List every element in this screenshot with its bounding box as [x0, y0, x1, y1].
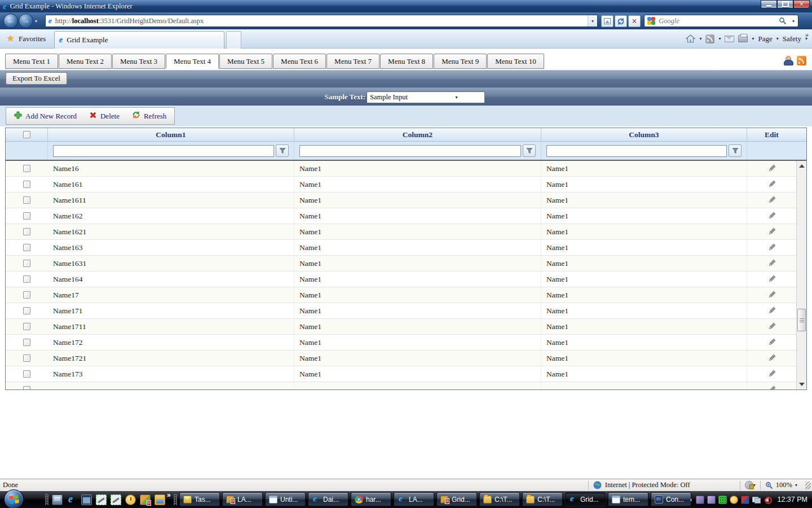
row-checkbox[interactable]: [23, 165, 30, 172]
row-checkbox[interactable]: [23, 196, 30, 204]
more-commands-chevron-icon[interactable]: [805, 30, 809, 39]
column3-filter-button[interactable]: [729, 144, 742, 157]
scrollbar-thumb[interactable]: [797, 309, 806, 331]
edit-pencil-icon[interactable]: [767, 354, 776, 362]
column1-filter-input[interactable]: [53, 145, 274, 157]
home-dropdown-icon[interactable]: [699, 36, 701, 41]
minimize-button[interactable]: [761, 0, 777, 8]
menu-tab[interactable]: Menu Text 8: [380, 54, 433, 69]
table-row[interactable]: Name17 Name1 Name1: [6, 287, 796, 303]
row-checkbox[interactable]: [23, 212, 30, 220]
task-button[interactable]: tem...: [608, 492, 648, 506]
table-row[interactable]: Name173 Name1 Name1: [6, 366, 796, 382]
toolbar-button[interactable]: Delete: [89, 111, 120, 121]
tray-chevron-icon[interactable]: [690, 496, 692, 503]
scroll-down-icon[interactable]: [799, 383, 805, 386]
table-row[interactable]: Name1631 Name1 Name1: [6, 256, 796, 271]
tray-icon[interactable]: [707, 496, 716, 504]
compatibility-view-button[interactable]: [601, 15, 614, 27]
edit-pencil-icon[interactable]: [767, 322, 776, 331]
table-row[interactable]: Name1621 Name1 Name1: [6, 224, 796, 240]
edit-header[interactable]: Edit: [747, 128, 796, 141]
table-row[interactable]: Name162 Name1 Name1: [6, 208, 796, 224]
page-dropdown-icon[interactable]: [776, 36, 779, 41]
restore-button[interactable]: [777, 0, 793, 8]
tray-icon[interactable]: [718, 496, 727, 504]
toolbar-button[interactable]: Refresh: [132, 111, 166, 121]
browser-tab[interactable]: e Grid Example: [54, 31, 224, 49]
tray-icon[interactable]: [741, 496, 749, 504]
task-button[interactable]: Grid...: [436, 492, 477, 506]
zoom-control[interactable]: 100%: [765, 481, 805, 489]
column1-filter-button[interactable]: [276, 144, 289, 157]
home-button[interactable]: [686, 34, 695, 43]
quick-launch-chevron-icon[interactable]: [167, 491, 171, 499]
page-menu[interactable]: Page: [758, 34, 772, 43]
column2-filter-input[interactable]: [299, 145, 521, 157]
print-dropdown-icon[interactable]: [752, 36, 754, 41]
edit-pencil-icon[interactable]: [767, 338, 776, 347]
read-mail-icon[interactable]: [725, 36, 734, 42]
menu-tab[interactable]: Menu Text 3: [112, 54, 165, 69]
edit-pencil-icon[interactable]: [767, 306, 776, 315]
column2-filter-button[interactable]: [523, 144, 536, 157]
new-tab-button[interactable]: [226, 31, 241, 49]
task-button[interactable]: Con...: [651, 492, 691, 506]
quick-launch-icon[interactable]: [140, 494, 151, 505]
history-dropdown-icon[interactable]: [35, 19, 37, 24]
forward-button[interactable]: [19, 14, 33, 28]
row-checkbox[interactable]: [23, 323, 30, 330]
row-checkbox[interactable]: [23, 307, 30, 314]
edit-pencil-icon[interactable]: [767, 180, 776, 189]
table-row[interactable]: Name171 Name1 Name1: [6, 303, 796, 319]
tray-icon[interactable]: [696, 496, 704, 504]
row-checkbox[interactable]: [23, 354, 30, 362]
edit-pencil-icon[interactable]: [767, 227, 776, 236]
rss-icon[interactable]: [797, 56, 806, 65]
task-button[interactable]: C:\T...: [522, 492, 563, 506]
tray-icon[interactable]: [730, 496, 738, 504]
resize-grip[interactable]: [805, 481, 811, 489]
row-checkbox[interactable]: [23, 386, 30, 389]
quick-launch-icon[interactable]: [125, 494, 136, 505]
scroll-up-icon[interactable]: [799, 164, 805, 168]
quick-launch-icon[interactable]: [111, 494, 121, 505]
stop-button[interactable]: [628, 15, 641, 27]
edit-pencil-icon[interactable]: [767, 243, 776, 252]
export-to-excel-button[interactable]: Export To Excel: [6, 72, 67, 85]
feeds-icon[interactable]: [705, 34, 714, 43]
url-dropdown-icon[interactable]: [588, 15, 597, 27]
quick-launch-icon[interactable]: [155, 494, 165, 505]
row-checkbox[interactable]: [23, 370, 30, 378]
edit-pencil-icon[interactable]: [767, 164, 776, 173]
security-zone[interactable]: Internet | Protected Mode: Off: [593, 481, 735, 489]
combobox-arrow-icon[interactable]: [426, 95, 484, 100]
table-row[interactable]: Name172 Name1 Name1: [6, 335, 796, 351]
close-button[interactable]: [793, 0, 810, 8]
quick-launch-icon[interactable]: [96, 494, 107, 505]
edit-pencil-icon[interactable]: [767, 291, 776, 299]
menu-tab[interactable]: Menu Text 10: [487, 54, 544, 69]
menu-tab[interactable]: Menu Text 7: [326, 54, 379, 69]
select-all-checkbox[interactable]: [23, 131, 30, 138]
task-button[interactable]: Dai...: [308, 492, 348, 506]
edit-pencil-icon[interactable]: [767, 386, 776, 389]
task-button[interactable]: LA...: [394, 492, 434, 506]
start-button[interactable]: [4, 489, 24, 508]
url-field[interactable]: e http://localhost:3531/GridHeightDemo/D…: [45, 15, 598, 27]
table-row[interactable]: Name1721 Name1 Name1: [6, 351, 796, 366]
toolbar-grip[interactable]: [45, 494, 48, 505]
window-titlebar[interactable]: e Grid Example - Windows Internet Explor…: [0, 0, 812, 12]
menu-tab[interactable]: Menu Text 9: [434, 54, 487, 69]
task-button[interactable]: Tas...: [179, 492, 220, 506]
menu-tab[interactable]: Menu Text 4: [166, 54, 219, 69]
edit-pencil-icon[interactable]: [767, 259, 776, 268]
tray-icon[interactable]: [764, 496, 772, 504]
row-checkbox[interactable]: [23, 244, 30, 251]
menu-tab[interactable]: Menu Text 5: [219, 54, 272, 69]
task-button[interactable]: Unti...: [265, 492, 306, 506]
task-button[interactable]: C:\T...: [479, 492, 520, 506]
edit-pencil-icon[interactable]: [767, 275, 776, 283]
search-input[interactable]: [659, 17, 779, 25]
quick-launch-icon[interactable]: [67, 494, 77, 505]
